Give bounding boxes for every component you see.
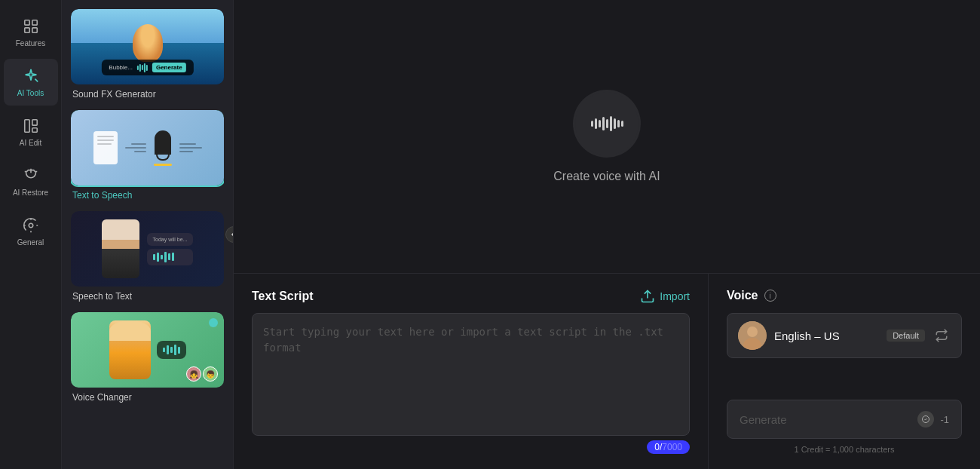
tool-card-tts-title: Text to Speech [71,185,224,202]
svg-rect-5 [24,120,29,133]
sidebar-item-ai-edit-label: AI Edit [20,139,41,148]
sidebar-item-features[interactable]: Features [4,9,58,56]
wand-icon [21,66,41,86]
counter-badge: 0/7000 [647,440,690,454]
sidebar-item-ai-tools[interactable]: AI Tools [4,59,58,106]
text-script-header: Text Script Import [252,289,690,304]
generate-btn-right: -1 [917,411,949,428]
char-total: 7000 [662,442,682,452]
create-voice-text: Create voice with AI [553,170,660,183]
swap-icon [933,326,951,345]
sidebar-item-general-label: General [17,238,44,247]
svg-point-12 [747,326,758,337]
sidebar-item-ai-restore-label: AI Restore [13,189,48,198]
import-button[interactable]: Import [640,289,690,304]
voice-selector[interactable]: English – US Default [727,313,962,358]
main-content: Create voice with AI Text Script Import [234,0,980,469]
sidebar: Features AI Tools AI Edit [0,0,62,469]
text-script-input[interactable] [252,313,690,436]
waveform-visual [591,116,623,131]
default-badge: Default [887,330,925,342]
svg-rect-0 [24,20,29,25]
tool-card-voice-changer[interactable]: 👧 👦 Voice Changer [71,312,224,404]
svg-rect-7 [32,128,36,133]
sidebar-item-general[interactable]: General [4,208,58,255]
tool-card-stt-title: Speech to Text [71,287,224,303]
edit-icon [21,116,41,136]
bottom-panel: Text Script Import 0/7000 [234,273,980,469]
svg-rect-1 [32,20,36,25]
char-current: 0 [654,442,660,452]
grid-icon [21,17,41,36]
restore-icon [21,166,41,185]
svg-line-4 [35,79,38,82]
tool-panel: Bubble... Generate Sound FX Generator [62,0,234,469]
credit-cost: -1 [940,414,949,425]
credit-info: 1 Credit = 1,000 characters [727,445,962,454]
generate-button[interactable]: Generate -1 [727,400,962,439]
credit-icon [917,411,934,428]
text-script-title: Text Script [252,290,314,303]
avatar-placeholder [738,321,767,350]
sidebar-item-ai-restore[interactable]: AI Restore [4,158,58,205]
svg-rect-2 [24,28,29,32]
generate-label: Generate [740,413,787,426]
tool-card-sound-fx[interactable]: Bubble... Generate Sound FX Generator [71,9,224,101]
voice-panel: Voice i English – US Default [709,274,980,469]
tool-card-sound-fx-title: Sound FX Generator [71,84,224,101]
tool-card-text-to-speech[interactable]: Text to Speech [71,110,224,202]
svg-point-9 [29,223,33,228]
collapse-button[interactable] [225,226,234,243]
tool-card-speech-to-text[interactable]: Today will be... Speech to Text [71,211,224,303]
tool-card-vc-title: Voice Changer [71,388,224,404]
voice-info-icon[interactable]: i [764,290,776,302]
char-counter: 0/7000 [252,440,690,454]
generate-section: Generate -1 1 Credit = 1,000 characters [727,400,962,454]
import-icon [640,289,655,304]
preview-area: Create voice with AI [234,0,980,273]
sidebar-item-ai-tools-label: AI Tools [17,89,44,98]
voice-avatar [738,321,767,350]
voice-name: English – US [774,330,879,342]
svg-rect-6 [32,120,36,125]
waveform-circle [573,90,641,158]
svg-rect-3 [32,28,36,32]
text-script-panel: Text Script Import 0/7000 [234,274,709,469]
general-icon [21,216,41,235]
voice-title: Voice [727,289,758,302]
voice-header: Voice i [727,289,962,302]
sidebar-item-ai-edit[interactable]: AI Edit [4,109,58,155]
import-label: Import [660,290,690,302]
sidebar-item-features-label: Features [16,39,45,48]
